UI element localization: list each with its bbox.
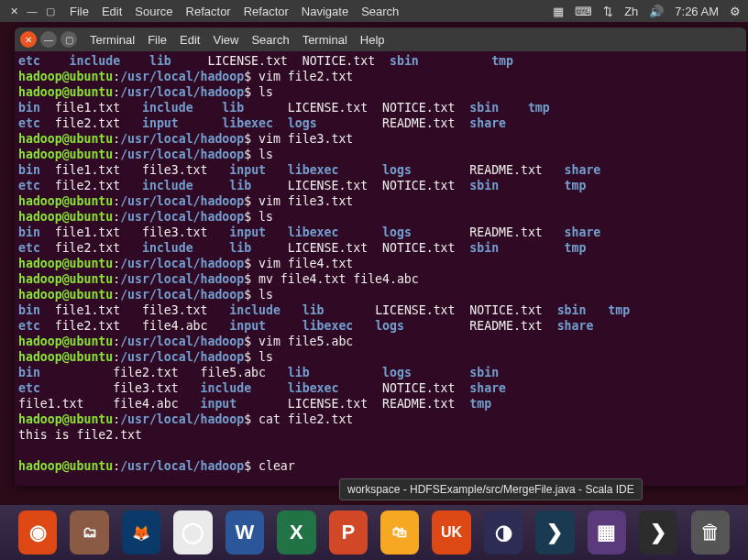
- terminal-window: ✕ — ▢ Terminal File Edit View Search Ter…: [15, 27, 746, 486]
- dock-launcher[interactable]: ◉: [18, 511, 57, 555]
- dock-trash[interactable]: 🗑: [691, 511, 730, 555]
- menu-navigate[interactable]: Navigate: [302, 5, 348, 18]
- dock-eclipse[interactable]: ◑: [484, 511, 522, 555]
- term-menu-search[interactable]: Search: [251, 33, 289, 47]
- dock-files[interactable]: 🗂: [70, 511, 108, 555]
- dock-ubuntu-kylin[interactable]: UK: [432, 511, 470, 555]
- input-method[interactable]: Zh: [624, 5, 638, 18]
- clock[interactable]: 7:26 AM: [675, 5, 719, 18]
- dock-scala-ide[interactable]: ❯: [639, 511, 677, 555]
- term-menu-terminal[interactable]: Terminal: [90, 33, 135, 47]
- minimize-icon[interactable]: —: [26, 5, 38, 17]
- close-button[interactable]: ✕: [20, 31, 37, 48]
- maximize-button[interactable]: ▢: [60, 31, 77, 48]
- dock-powerpoint[interactable]: P: [329, 511, 368, 555]
- menu-search[interactable]: Search: [361, 5, 399, 18]
- dock-chromium[interactable]: ◯: [173, 511, 212, 555]
- gear-icon[interactable]: ⚙: [730, 5, 741, 18]
- dock-excel[interactable]: X: [277, 511, 315, 555]
- terminal-body[interactable]: etc include lib LICENSE.txt NOTICE.txt s…: [15, 51, 746, 486]
- term-menu-edit[interactable]: Edit: [180, 33, 200, 47]
- desktop-menubar: ✕ — ▢ File Edit Source Refactor Refactor…: [0, 0, 748, 22]
- menu-refactor[interactable]: Refactor: [186, 5, 231, 18]
- dock-apps[interactable]: ▦: [588, 511, 626, 555]
- indicator-icon[interactable]: ▦: [553, 5, 564, 18]
- keyboard-icon[interactable]: ⌨: [575, 5, 592, 18]
- maximize-icon[interactable]: ▢: [44, 5, 57, 17]
- network-icon[interactable]: ⇅: [603, 5, 613, 18]
- menu-file[interactable]: File: [70, 5, 89, 18]
- term-menu-help[interactable]: Help: [360, 33, 385, 47]
- dock-tooltip: workspace - HDFSExample/src/MergeFile.ja…: [339, 478, 643, 500]
- dock: ◉🗂🦊◯WXP🛍UK◑❯▦❯🗑: [0, 505, 748, 560]
- close-icon[interactable]: ✕: [7, 5, 20, 17]
- dock-firefox[interactable]: 🦊: [122, 511, 160, 555]
- window-controls-ide: ✕ — ▢: [7, 5, 57, 17]
- dock-software[interactable]: 🛍: [380, 511, 419, 555]
- menu-source[interactable]: Source: [135, 5, 172, 18]
- menu-edit[interactable]: Edit: [102, 5, 122, 18]
- term-menu-file[interactable]: File: [148, 33, 167, 47]
- dock-ide-arrow[interactable]: ❯: [535, 511, 574, 555]
- dock-word[interactable]: W: [226, 511, 264, 555]
- terminal-titlebar[interactable]: ✕ — ▢ Terminal File Edit View Search Ter…: [15, 27, 746, 51]
- term-menu-terminal2[interactable]: Terminal: [302, 33, 347, 47]
- term-menu-view[interactable]: View: [213, 33, 238, 47]
- volume-icon[interactable]: 🔊: [649, 5, 664, 18]
- minimize-button[interactable]: —: [40, 31, 57, 48]
- menu-refactor2[interactable]: Refactor: [244, 5, 289, 18]
